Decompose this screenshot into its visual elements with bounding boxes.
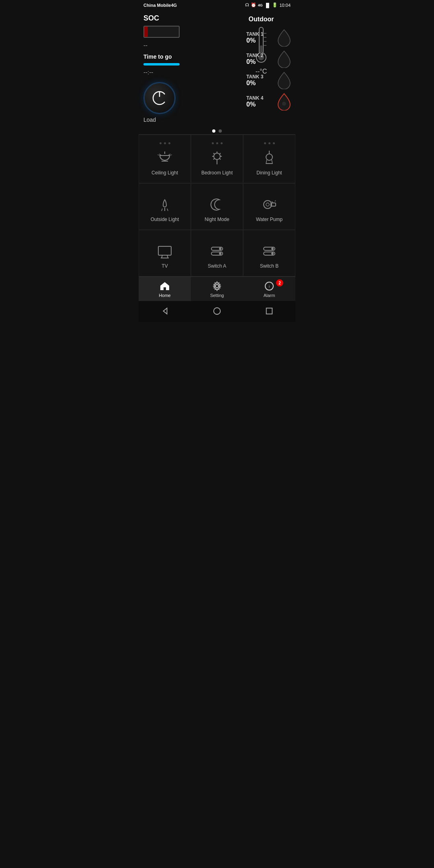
home-circle-icon [213, 307, 221, 315]
control-switch-a[interactable]: Switch A [191, 230, 243, 276]
tv-label: TV [162, 263, 168, 269]
switch-a-icon [209, 243, 225, 259]
time-text: 10:04 [279, 3, 291, 8]
tank-2-item: TANK 2 0% [246, 50, 292, 68]
recents-icon [265, 307, 274, 315]
switch-a-label: Switch A [208, 263, 226, 269]
svg-point-46 [271, 248, 274, 250]
svg-rect-37 [158, 246, 171, 255]
tank-1-name: TANK 1 [246, 31, 263, 37]
dashboard-area: SOC -- Time to go --:-- Load Outdoor [139, 10, 295, 126]
svg-point-44 [219, 252, 221, 255]
tank-2-percent: 0% [246, 58, 256, 66]
svg-line-25 [213, 158, 215, 160]
svg-line-36 [275, 201, 276, 201]
tank-4-name: TANK 4 [246, 95, 263, 101]
svg-line-30 [162, 209, 162, 211]
tv-icon [157, 243, 173, 259]
nav-setting[interactable]: Setting [191, 277, 243, 301]
control-dining-light[interactable]: Dining Light [243, 135, 295, 183]
bottom-nav: Home Setting i 2 Alarm [139, 276, 295, 301]
svg-line-39 [167, 255, 168, 258]
svg-line-38 [162, 255, 162, 258]
outside-light-label: Outside Light [151, 217, 179, 222]
bedroom-light-icon [209, 150, 225, 166]
battery-icon: 🔋 [272, 2, 278, 8]
dining-light-label: Dining Light [256, 170, 282, 176]
page-dot-1[interactable] [212, 129, 215, 133]
settings-icon [212, 281, 222, 291]
svg-line-23 [219, 158, 221, 160]
svg-point-53 [214, 308, 221, 315]
tank-4-drop-icon [276, 92, 292, 111]
bluetooth-icon: ☊ [245, 2, 249, 8]
alarm-icon: ⏰ [251, 2, 256, 8]
load-label: Load [143, 117, 156, 123]
tank-3-drop-icon [276, 71, 292, 89]
tank-3-item: TANK 3 0% [246, 71, 292, 89]
water-pump-label: Water Pump [256, 217, 283, 222]
night-mode-svg [209, 197, 225, 213]
bedroom-light-dots [212, 142, 223, 144]
tank-2-drop-icon [276, 50, 292, 68]
tank-2-name: TANK 2 [246, 53, 263, 58]
night-mode-icon [209, 197, 225, 213]
nav-setting-label: Setting [210, 293, 224, 298]
control-ceiling-light[interactable]: Ceiling Light [139, 135, 191, 183]
tank-1-item: TANK 1 0% [246, 29, 292, 47]
svg-point-10 [282, 102, 286, 106]
outside-light-svg [157, 197, 173, 213]
battery-bar [143, 26, 180, 38]
outdoor-label: Outdoor [248, 16, 274, 23]
nav-alarm-label: Alarm [264, 293, 275, 298]
dining-light-svg [261, 150, 277, 166]
alarm-nav-icon: i [264, 281, 274, 291]
control-switch-b[interactable]: Switch B [243, 230, 295, 276]
progress-bar [143, 63, 180, 66]
outside-light-icon [157, 197, 173, 213]
status-bar: China Mobile4G ☊ ⏰ 4G ▐▌ 🔋 10:04 [139, 0, 295, 10]
bedroom-light-svg [209, 150, 225, 166]
svg-text:i: i [269, 285, 270, 289]
controls-grid: Ceiling Light Bedroom Light [139, 134, 295, 276]
page-dot-2[interactable] [219, 129, 222, 133]
control-tv[interactable]: TV [139, 230, 191, 276]
system-nav [139, 301, 295, 322]
tank-panel: TANK 1 0% TANK 2 0% TANK 3 0% [243, 25, 295, 115]
control-water-pump[interactable]: Water Pump [243, 183, 295, 230]
home-button[interactable] [211, 305, 223, 317]
ceiling-light-label: Ceiling Light [151, 170, 178, 176]
tank-1-drop-icon [276, 29, 292, 47]
recents-button[interactable] [263, 305, 275, 317]
tank-4-percent: 0% [246, 101, 256, 108]
control-outside-light[interactable]: Outside Light [139, 183, 191, 230]
back-button[interactable] [159, 305, 171, 317]
tank-2-info: TANK 2 0% [246, 53, 263, 66]
status-icons: ☊ ⏰ 4G ▐▌ 🔋 10:04 [245, 2, 291, 8]
nav-alarm[interactable]: i 2 Alarm [243, 277, 295, 301]
power-button-container: Load [143, 82, 232, 123]
time-to-go-label: Time to go [143, 53, 232, 60]
svg-line-22 [213, 153, 215, 154]
control-bedroom-light[interactable]: Bedroom Light [191, 135, 243, 183]
nav-home-label: Home [159, 293, 170, 298]
dining-light-icon [261, 150, 277, 166]
4g-icon: 4G [258, 3, 263, 7]
home-icon [160, 281, 170, 291]
signal-icon: ▐▌ [264, 3, 271, 8]
ceiling-light-icon [157, 150, 173, 166]
svg-marker-52 [163, 308, 167, 314]
control-night-mode[interactable]: Night Mode [191, 183, 243, 230]
svg-point-49 [215, 285, 219, 288]
switch-a-svg [209, 243, 225, 259]
nav-home[interactable]: Home [139, 277, 191, 301]
tank-1-info: TANK 1 0% [246, 31, 263, 44]
left-panel: SOC -- Time to go --:-- Load [143, 14, 232, 123]
power-icon [151, 89, 168, 107]
night-mode-label: Night Mode [205, 217, 229, 222]
svg-point-42 [219, 248, 221, 250]
back-icon [160, 307, 169, 315]
power-button[interactable] [143, 82, 176, 114]
svg-rect-54 [266, 308, 272, 314]
tank-4-info: TANK 4 0% [246, 95, 263, 108]
